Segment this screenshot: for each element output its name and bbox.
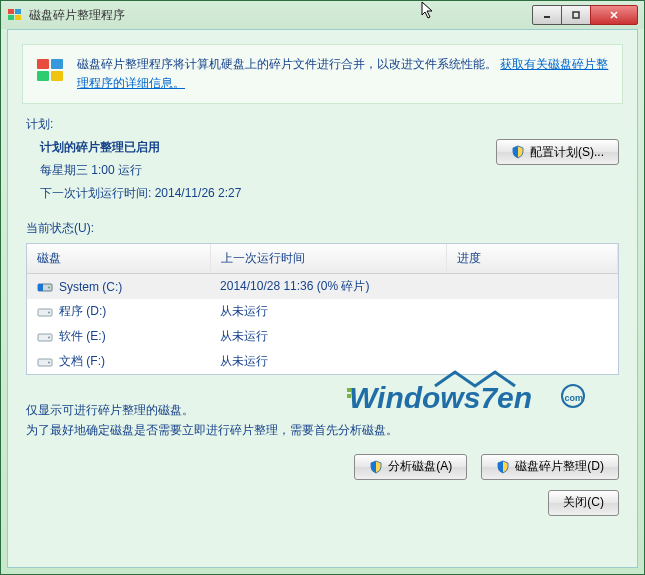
disk-progress	[446, 274, 617, 300]
svg-point-20	[48, 361, 50, 363]
defrag-app-icon	[7, 7, 23, 23]
disk-name: System (C:)	[59, 280, 122, 294]
note-line1: 仅显示可进行碎片整理的磁盘。	[26, 401, 619, 420]
svg-rect-3	[15, 15, 21, 20]
svg-rect-2	[8, 15, 14, 20]
disk-lastrun: 从未运行	[210, 324, 446, 349]
table-row[interactable]: 程序 (D:)从未运行	[27, 299, 618, 324]
defrag-button[interactable]: 磁盘碎片整理(D)	[481, 454, 619, 480]
note-text: 仅显示可进行碎片整理的磁盘。 为了最好地确定磁盘是否需要立即进行碎片整理，需要首…	[26, 401, 619, 439]
analyze-button[interactable]: 分析磁盘(A)	[354, 454, 467, 480]
shield-icon	[496, 460, 510, 474]
configure-schedule-button[interactable]: 配置计划(S)...	[496, 139, 619, 165]
col-disk[interactable]: 磁盘	[27, 244, 210, 274]
col-progress[interactable]: 进度	[446, 244, 617, 274]
table-row[interactable]: 软件 (E:)从未运行	[27, 324, 618, 349]
banner-text: 磁盘碎片整理程序将计算机硬盘上的碎片文件进行合并，以改进文件系统性能。	[77, 57, 497, 71]
window-title: 磁盘碎片整理程序	[29, 7, 533, 24]
svg-rect-5	[573, 12, 579, 18]
shield-icon	[511, 145, 525, 159]
disk-icon	[37, 356, 53, 368]
svg-point-18	[48, 336, 50, 338]
svg-rect-8	[37, 59, 49, 69]
analyze-label: 分析磁盘(A)	[388, 458, 452, 475]
configure-label: 配置计划(S)...	[530, 144, 604, 161]
svg-rect-9	[51, 59, 63, 69]
svg-rect-24	[347, 388, 351, 392]
close-window-button[interactable]	[590, 5, 638, 25]
svg-rect-1	[15, 9, 21, 14]
svg-rect-10	[37, 71, 49, 81]
disk-progress	[446, 324, 617, 349]
defrag-label: 磁盘碎片整理(D)	[515, 458, 604, 475]
disk-name: 程序 (D:)	[59, 303, 106, 320]
status-label: 当前状态(U):	[26, 220, 619, 237]
schedule-frequency: 每星期三 1:00 运行	[40, 162, 449, 179]
disk-name: 软件 (E:)	[59, 328, 106, 345]
schedule-label: 计划:	[26, 116, 619, 133]
disk-icon	[37, 306, 53, 318]
disk-icon	[37, 331, 53, 343]
minimize-button[interactable]	[532, 5, 562, 25]
disk-progress	[446, 349, 617, 374]
table-row[interactable]: System (C:)2014/10/28 11:36 (0% 碎片)	[27, 274, 618, 300]
schedule-info: 计划的碎片整理已启用 每星期三 1:00 运行 下一次计划运行时间: 2014/…	[40, 139, 449, 208]
svg-point-16	[48, 311, 50, 313]
schedule-row: 计划的碎片整理已启用 每星期三 1:00 运行 下一次计划运行时间: 2014/…	[40, 139, 619, 208]
note-line2: 为了最好地确定磁盘是否需要立即进行碎片整理，需要首先分析磁盘。	[26, 421, 619, 440]
disk-lastrun: 从未运行	[210, 299, 446, 324]
disk-progress	[446, 299, 617, 324]
svg-rect-13	[38, 284, 43, 291]
svg-rect-25	[347, 394, 351, 398]
shield-icon	[369, 460, 383, 474]
close-label: 关闭(C)	[563, 494, 604, 511]
info-banner: 磁盘碎片整理程序将计算机硬盘上的碎片文件进行合并，以改进文件系统性能。 获取有关…	[22, 44, 623, 104]
disk-lastrun: 从未运行	[210, 349, 446, 374]
titlebar[interactable]: 磁盘碎片整理程序	[1, 1, 644, 29]
col-lastrun[interactable]: 上一次运行时间	[210, 244, 446, 274]
defrag-icon	[35, 55, 67, 87]
disk-name: 文档 (F:)	[59, 353, 105, 370]
disk-table: 磁盘 上一次运行时间 进度 System (C:)2014/10/28 11:3…	[26, 243, 619, 375]
svg-point-14	[48, 286, 50, 288]
window-controls	[533, 5, 638, 25]
schedule-next: 下一次计划运行时间: 2014/11/26 2:27	[40, 185, 449, 202]
svg-rect-0	[8, 9, 14, 14]
action-buttons: 分析磁盘(A) 磁盘碎片整理(D)	[26, 454, 619, 480]
info-text: 磁盘碎片整理程序将计算机硬盘上的碎片文件进行合并，以改进文件系统性能。 获取有关…	[77, 55, 610, 93]
close-button[interactable]: 关闭(C)	[548, 490, 619, 516]
client-area: 磁盘碎片整理程序将计算机硬盘上的碎片文件进行合并，以改进文件系统性能。 获取有关…	[7, 29, 638, 568]
disk-lastrun: 2014/10/28 11:36 (0% 碎片)	[210, 274, 446, 300]
app-window: 磁盘碎片整理程序 磁盘碎片整理程序将计算机硬盘上的碎片文件进行合并，以改进文件系…	[0, 0, 645, 575]
svg-rect-11	[51, 71, 63, 81]
maximize-button[interactable]	[561, 5, 591, 25]
schedule-enabled: 计划的碎片整理已启用	[40, 139, 449, 156]
table-row[interactable]: 文档 (F:)从未运行	[27, 349, 618, 374]
system-disk-icon	[37, 281, 53, 293]
